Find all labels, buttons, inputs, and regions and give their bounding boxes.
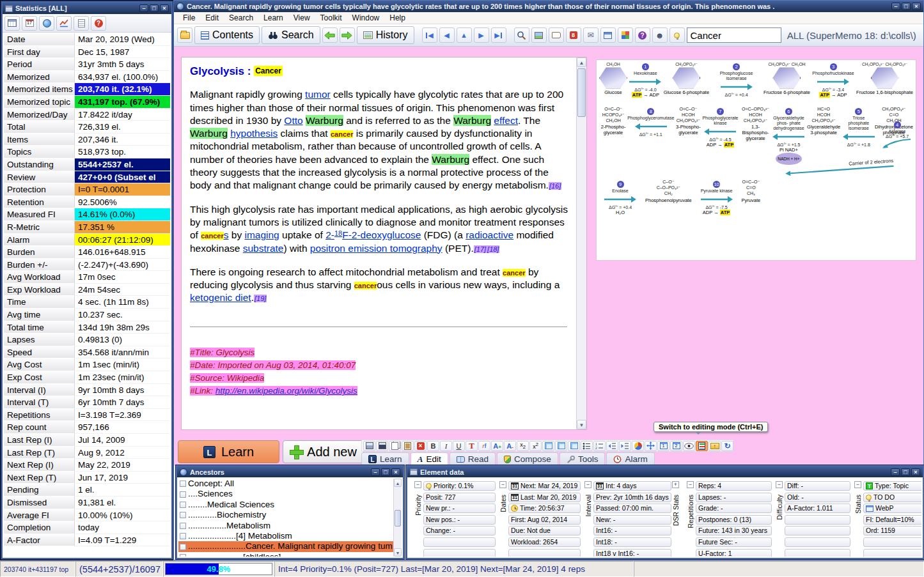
article-link[interactable]: http://en.wikipedia.org/wiki/Glycolysis	[215, 386, 357, 396]
checkbox-icon[interactable]	[180, 533, 186, 539]
close-button[interactable]: ×	[160, 4, 169, 12]
close-button[interactable]: ×	[391, 468, 400, 476]
google-button[interactable]: 8	[566, 27, 581, 43]
copy-button[interactable]	[389, 441, 401, 451]
article-link[interactable]: imaging	[244, 229, 279, 240]
paste-button[interactable]	[402, 441, 414, 451]
hl-del-button[interactable]: A-	[504, 441, 516, 451]
person-button[interactable]: ☻	[652, 27, 668, 43]
indent-button[interactable]	[619, 441, 631, 451]
splitv-button[interactable]	[376, 441, 388, 451]
scroll-up-button[interactable]: ▲	[577, 58, 586, 67]
article-link[interactable]: ketogenic diet	[190, 292, 251, 303]
globe-button[interactable]	[39, 16, 54, 31]
mail-button[interactable]: ✉	[583, 27, 599, 43]
magnifier-button[interactable]	[514, 27, 529, 43]
subscript-button[interactable]: x2	[517, 441, 529, 451]
pie-button[interactable]	[632, 441, 644, 451]
editmode-button[interactable]	[696, 441, 708, 451]
ancestors-scroll-down-button[interactable]: ▼	[394, 548, 402, 557]
collapse-button[interactable]: −	[687, 481, 694, 488]
book-button[interactable]	[549, 27, 564, 43]
collapse-button[interactable]: −	[414, 481, 421, 488]
imgsearch-button[interactable]	[531, 27, 547, 43]
contents-button[interactable]: Contents	[194, 26, 260, 44]
panel2-button[interactable]	[555, 441, 567, 451]
ancestor-item[interactable]: ........Medical Sciences	[178, 500, 393, 510]
helpred-button[interactable]: ?	[91, 16, 106, 31]
move-button[interactable]	[645, 441, 657, 451]
ancestors-scroll-thumb[interactable]	[395, 510, 401, 527]
hl-add-button[interactable]: A+	[491, 441, 503, 451]
import-button[interactable]: ↑	[709, 441, 721, 451]
checkbox-icon[interactable]	[180, 491, 186, 498]
article-link[interactable]: hypothesis	[230, 128, 278, 139]
calendar17-button[interactable]: 17	[22, 16, 37, 31]
bulb-button[interactable]	[670, 27, 685, 43]
checkbox-icon[interactable]	[180, 481, 186, 487]
collapse-button[interactable]: −	[854, 481, 861, 488]
nav-prev-button[interactable]: ◀	[439, 27, 455, 43]
scroll-down-button[interactable]: ▼	[577, 420, 586, 429]
fontcolor-button[interactable]: T	[466, 441, 478, 451]
tab-alarm[interactable]: Alarm	[606, 452, 654, 465]
article-link[interactable]: radioactive	[466, 229, 513, 240]
scroll-thumb[interactable]	[577, 68, 586, 117]
tab-compose[interactable]: Compose	[497, 452, 558, 465]
chart-button[interactable]	[56, 16, 72, 31]
article-link[interactable]: substrate	[243, 243, 284, 254]
menu-item-view[interactable]: View	[288, 13, 315, 22]
minimize-button[interactable]: –	[891, 3, 900, 10]
bold-button[interactable]: B	[427, 441, 439, 451]
nav-last-button[interactable]: ▶	[491, 27, 506, 43]
collapse-button[interactable]: −	[584, 481, 591, 488]
folder-open-button[interactable]	[177, 27, 192, 43]
nav-up-button[interactable]: ▲	[457, 27, 472, 43]
checkbox-icon[interactable]	[180, 554, 186, 557]
learn-button[interactable]: L Learn	[178, 440, 279, 463]
statistics-titlebar[interactable]: Statistics [ALL] –□×	[3, 3, 171, 14]
wincolors-button[interactable]	[618, 27, 633, 43]
checkbox-icon[interactable]	[180, 502, 186, 508]
superscript-button[interactable]: x2	[529, 441, 542, 451]
maximize-button[interactable]: □	[902, 3, 911, 10]
ancestor-item[interactable]: ............Biochemistry	[178, 510, 393, 520]
close-button[interactable]: ×	[912, 3, 921, 10]
tab-tools[interactable]: Tools	[560, 452, 606, 465]
menu-item-file[interactable]: File	[178, 13, 200, 22]
collapse-button[interactable]: −	[499, 481, 506, 488]
tab-read[interactable]: Read	[450, 452, 496, 465]
splith-button[interactable]	[363, 441, 375, 451]
arrow-left-button[interactable]	[322, 27, 338, 43]
article-link[interactable]: positron emission tomography	[310, 243, 442, 254]
outdent-button[interactable]	[606, 441, 618, 451]
history-button[interactable]: History	[357, 26, 414, 44]
ancestor-item-selected[interactable]: ........................Cancer. Malignan…	[178, 541, 393, 551]
article-link[interactable]: F-2-deoxyglucose	[342, 229, 421, 240]
notes-button[interactable]	[74, 16, 89, 31]
minimize-button[interactable]: –	[371, 468, 380, 476]
search-input[interactable]	[687, 27, 781, 43]
minimize-button[interactable]: –	[139, 4, 148, 12]
collapse-button[interactable]: −	[776, 481, 783, 488]
maximize-button[interactable]: □	[381, 468, 390, 476]
menu-item-toolkit[interactable]: Toolkit	[315, 13, 347, 22]
ancestor-item[interactable]: Concept: All	[178, 479, 393, 489]
arrow-right-button[interactable]	[340, 27, 355, 43]
add-new-button[interactable]: Add new	[283, 440, 364, 463]
article-link[interactable]: effect	[494, 115, 518, 126]
ancestor-item[interactable]: ....Sciences	[178, 489, 393, 499]
win1-button[interactable]: 1	[657, 441, 670, 451]
ancestor-item[interactable]: ................Metabolism	[178, 521, 393, 531]
checkbox-icon[interactable]	[180, 523, 186, 529]
article-link[interactable]: Otto	[284, 115, 302, 126]
nav-next-button[interactable]: ▶	[474, 27, 489, 43]
article-link[interactable]: 18	[334, 229, 342, 237]
menu-item-learn[interactable]: Learn	[258, 13, 288, 22]
ancestors-scroll-track[interactable]	[394, 487, 402, 548]
checkbox-icon[interactable]	[180, 544, 186, 550]
help-button[interactable]: ?	[635, 27, 650, 43]
ancestor-item[interactable]: ....................[4] Metabolism	[178, 531, 393, 541]
search-button[interactable]: Search	[262, 26, 320, 44]
main-titlebar[interactable]: Cancer. Malignant rapidly growing tumor …	[174, 1, 923, 12]
